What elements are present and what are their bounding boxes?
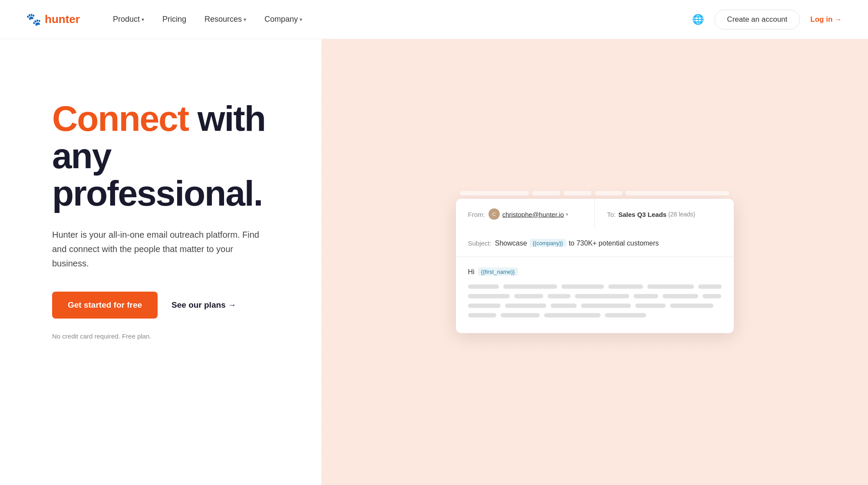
email-card: From: C christophe@hunter.io ▾ To: Sales…	[456, 199, 734, 333]
nav-company[interactable]: Company ▾	[257, 11, 309, 27]
chevron-down-icon: ▾	[142, 17, 144, 23]
placeholder-line	[468, 304, 722, 308]
no-credit-card-text: No credit card required. Free plan.	[52, 332, 295, 340]
placeholder-line	[468, 285, 722, 289]
from-label: From:	[468, 210, 485, 218]
ph-segment	[468, 285, 499, 289]
ph-segment	[635, 304, 666, 308]
preview-tabs-bar	[456, 191, 734, 196]
placeholder-line	[468, 294, 722, 299]
hero-cta-row: Get started for free See our plans →	[52, 292, 295, 319]
company-tag: {{company}}	[530, 239, 566, 247]
nav-right: 🌐 Create an account Log in →	[692, 10, 842, 30]
logo[interactable]: 🐾 hunter	[26, 12, 80, 27]
preview-tab	[626, 191, 729, 196]
preview-tab	[595, 191, 623, 196]
hero-left: Connect with any professional. Hunter is…	[0, 39, 321, 485]
globe-icon[interactable]: 🌐	[692, 14, 704, 25]
subject-text: Showcase {{company}} to 730K+ potential …	[495, 239, 659, 247]
preview-tab	[564, 191, 591, 196]
ph-segment	[698, 285, 721, 289]
email-body: Hi {{first_name}}	[456, 257, 734, 333]
ph-segment	[505, 304, 546, 308]
ph-segment	[663, 294, 698, 299]
hero-section: Connect with any professional. Hunter is…	[0, 39, 868, 485]
logo-icon: 🐾	[26, 12, 41, 27]
logo-text: hunter	[45, 13, 80, 26]
ph-segment	[468, 313, 496, 318]
ph-segment	[501, 313, 540, 318]
see-plans-button[interactable]: See our plans →	[172, 300, 236, 310]
first-name-tag: {{first_name}}	[478, 268, 518, 276]
ph-segment	[503, 285, 558, 289]
preview-tab	[532, 191, 560, 196]
hero-right: From: C christophe@hunter.io ▾ To: Sales…	[321, 39, 868, 485]
email-from-to-row: From: C christophe@hunter.io ▾ To: Sales…	[456, 199, 734, 229]
ph-segment	[605, 313, 646, 318]
ph-segment	[581, 304, 631, 308]
get-started-button[interactable]: Get started for free	[52, 292, 158, 319]
ph-segment	[468, 304, 501, 308]
preview-tab	[460, 191, 529, 196]
headline-connect: Connect	[52, 99, 188, 138]
ph-segment	[551, 304, 577, 308]
ph-segment	[514, 294, 543, 299]
navbar: 🐾 hunter Product ▾ Pricing Resources ▾ C…	[0, 0, 868, 39]
chevron-down-icon: ▾	[300, 17, 302, 23]
ph-segment	[544, 313, 601, 318]
nav-product[interactable]: Product ▾	[106, 11, 151, 27]
from-email: christophe@hunter.io	[502, 210, 564, 218]
ph-segment	[703, 294, 721, 299]
greeting-hi: Hi	[468, 268, 475, 276]
chevron-down-icon: ▾	[244, 17, 246, 23]
login-button[interactable]: Log in →	[810, 15, 842, 24]
subject-label: Subject:	[468, 239, 492, 247]
avatar: C	[488, 209, 500, 220]
nav-pricing[interactable]: Pricing	[155, 11, 193, 27]
email-preview-container: From: C christophe@hunter.io ▾ To: Sales…	[456, 191, 734, 333]
chevron-down-icon: ▾	[566, 211, 568, 217]
to-name: Sales Q3 Leads	[618, 210, 667, 218]
create-account-button[interactable]: Create an account	[714, 10, 800, 30]
ph-segment	[647, 285, 694, 289]
email-from-field: From: C christophe@hunter.io ▾	[456, 199, 595, 229]
placeholder-line	[468, 313, 722, 318]
ph-segment	[575, 294, 629, 299]
to-count: (28 leads)	[668, 211, 695, 218]
nav-links: Product ▾ Pricing Resources ▾ Company ▾	[106, 11, 692, 27]
hero-description: Hunter is your all-in-one email outreach…	[52, 228, 269, 271]
ph-segment	[670, 304, 713, 308]
ph-segment	[548, 294, 571, 299]
hero-headline: Connect with any professional.	[52, 100, 295, 212]
email-to-field: To: Sales Q3 Leads (28 leads)	[595, 199, 734, 229]
ph-segment	[561, 285, 604, 289]
email-subject-field: Subject: Showcase {{company}} to 730K+ p…	[456, 229, 734, 257]
placeholder-lines	[468, 285, 722, 318]
greeting-line: Hi {{first_name}}	[468, 268, 722, 276]
ph-segment	[608, 285, 643, 289]
nav-resources[interactable]: Resources ▾	[198, 11, 253, 27]
to-label: To:	[607, 210, 616, 218]
ph-segment	[468, 294, 510, 299]
ph-segment	[634, 294, 659, 299]
